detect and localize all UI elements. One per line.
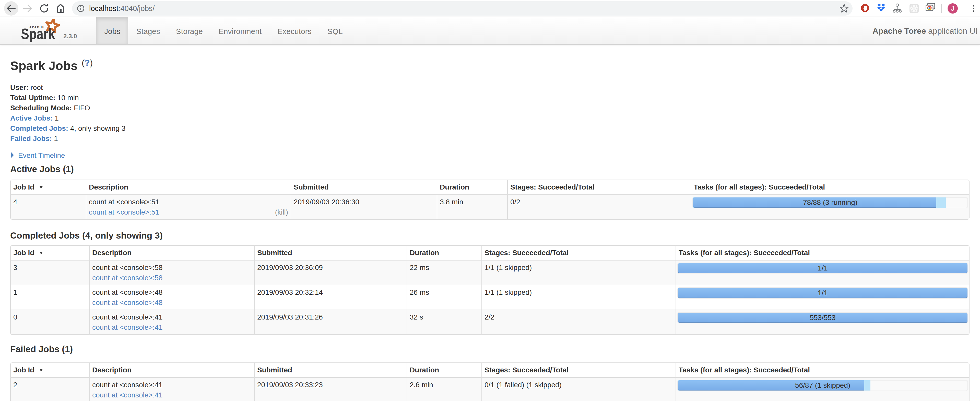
svg-text:Spark: Spark xyxy=(21,25,55,42)
